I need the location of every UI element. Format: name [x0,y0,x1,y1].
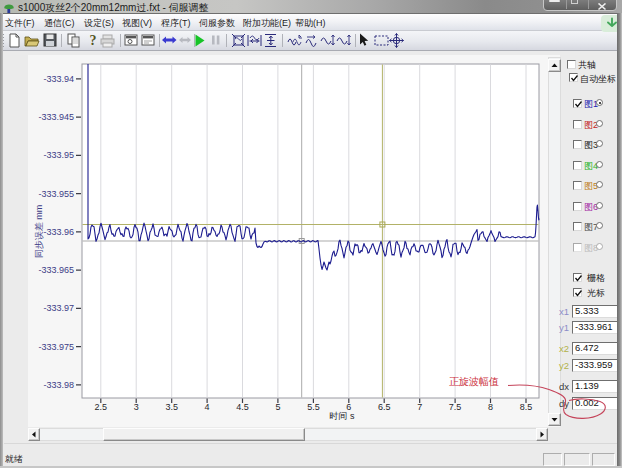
svg-text:?: ? [90,33,97,48]
